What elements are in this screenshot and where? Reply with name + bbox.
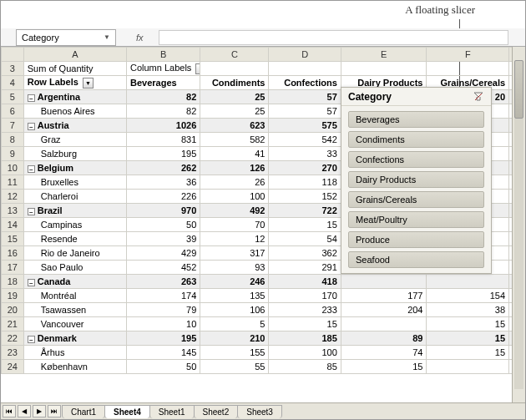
row-header[interactable]: 13 [2,204,24,218]
row-header[interactable]: 19 [2,289,24,303]
col-header[interactable]: F [427,48,509,62]
country-cell[interactable]: –Austria [23,119,126,133]
city-cell[interactable]: Sao Paulo [23,261,126,275]
value-cell[interactable]: 74 [341,346,427,360]
collapse-icon[interactable]: – [28,336,35,343]
value-cell[interactable]: 41 [200,147,269,161]
col-header[interactable]: D [269,48,341,62]
value-cell[interactable]: 233 [269,303,341,317]
cell[interactable] [427,62,509,76]
scrollbar-thumb[interactable] [514,60,523,119]
city-cell[interactable]: Buenos Aires [23,104,126,119]
value-cell[interactable]: 38 [427,303,509,317]
country-cell[interactable]: –Brazil [23,204,126,218]
fx-icon[interactable]: fx [121,33,159,43]
value-cell[interactable]: 36 [126,175,200,190]
value-cell[interactable]: 492 [200,204,269,218]
row-header[interactable]: 17 [2,261,24,275]
row-header[interactable]: 15 [2,232,24,246]
cell[interactable] [341,62,427,76]
city-cell[interactable]: Bruxelles [23,175,126,190]
cell[interactable] [269,62,341,76]
value-cell[interactable]: 15 [427,317,509,331]
row-header[interactable]: 20 [2,303,24,317]
value-cell[interactable]: 15 [427,331,509,346]
slicer-item[interactable]: Produce [348,231,484,248]
value-cell[interactable]: 82 [126,90,200,104]
country-cell[interactable]: –Denmark [23,331,126,346]
select-all-cell[interactable] [2,48,24,62]
value-cell[interactable] [427,275,509,289]
row-header[interactable]: 9 [2,147,24,161]
category-slicer[interactable]: Category BeveragesCondimentsConfectionsD… [341,87,492,274]
value-cell[interactable]: 118 [269,175,341,190]
value-cell[interactable]: 70 [200,218,269,232]
value-cell[interactable]: 82 [126,104,200,119]
collapse-icon[interactable]: – [28,279,35,286]
value-cell[interactable]: 362 [269,246,341,261]
sum-of-quantity-cell[interactable]: Sum of Quantity [23,62,126,76]
value-cell[interactable]: 195 [126,331,200,346]
row-header[interactable]: 7 [2,119,24,133]
value-cell[interactable]: 100 [200,190,269,204]
value-cell[interactable]: 154 [427,289,509,303]
sheet-nav-button[interactable]: ▶ [33,405,46,417]
row-header[interactable]: 21 [2,317,24,331]
city-cell[interactable]: Århus [23,346,126,360]
value-cell[interactable]: 93 [200,261,269,275]
city-cell[interactable]: København [23,360,126,374]
value-cell[interactable]: 15 [341,360,427,374]
value-cell[interactable]: 174 [126,289,200,303]
slicer-item[interactable]: Confections [348,151,484,168]
value-cell[interactable]: 246 [200,275,269,289]
value-cell[interactable] [341,275,427,289]
row-header[interactable]: 23 [2,346,24,360]
formula-input[interactable] [159,30,508,45]
scrollbar-track[interactable] [514,60,523,389]
value-cell[interactable]: 152 [269,190,341,204]
value-cell[interactable]: 12 [200,232,269,246]
value-cell[interactable]: 55 [200,360,269,374]
value-cell[interactable]: 85 [269,360,341,374]
sheet-tab[interactable]: Chart1 [62,405,105,418]
value-cell[interactable]: 15 [269,218,341,232]
city-cell[interactable]: Charleroi [23,190,126,204]
row-header[interactable]: 18 [2,275,24,289]
pivot-col[interactable]: Condiments [200,76,269,90]
city-cell[interactable]: Rio de Janeiro [23,246,126,261]
row-header[interactable]: 4 [2,76,24,90]
row-header[interactable]: 3 [2,62,24,76]
collapse-icon[interactable]: – [28,123,35,130]
row-header[interactable]: 10 [2,161,24,175]
column-labels-cell[interactable]: Column Labels ▼ [126,62,200,76]
value-cell[interactable]: 542 [269,133,341,147]
value-cell[interactable]: 135 [200,289,269,303]
value-cell[interactable]: 195 [126,147,200,161]
value-cell[interactable]: 262 [126,161,200,175]
value-cell[interactable]: 263 [126,275,200,289]
value-cell[interactable]: 15 [427,346,509,360]
sheet-tab[interactable]: Sheet3 [237,405,282,418]
value-cell[interactable]: 582 [200,133,269,147]
value-cell[interactable] [427,360,509,374]
value-cell[interactable]: 418 [269,275,341,289]
collapse-icon[interactable]: – [28,208,35,215]
value-cell[interactable]: 831 [126,133,200,147]
value-cell[interactable]: 126 [200,161,269,175]
value-cell[interactable]: 5 [200,317,269,331]
value-cell[interactable]: 50 [126,218,200,232]
value-cell[interactable]: 623 [200,119,269,133]
value-cell[interactable]: 50 [126,360,200,374]
city-cell[interactable]: Salzburg [23,147,126,161]
row-labels-cell[interactable]: Row Labels ▼ [23,76,126,90]
value-cell[interactable]: 57 [269,90,341,104]
value-cell[interactable]: 25 [200,104,269,119]
sheet-nav-button[interactable]: ⏮ [3,405,16,417]
row-header[interactable]: 11 [2,175,24,190]
value-cell[interactable]: 204 [341,303,427,317]
value-cell[interactable]: 15 [269,317,341,331]
value-cell[interactable]: 57 [269,104,341,119]
city-cell[interactable]: Montréal [23,289,126,303]
value-cell[interactable]: 100 [269,346,341,360]
value-cell[interactable]: 10 [126,317,200,331]
